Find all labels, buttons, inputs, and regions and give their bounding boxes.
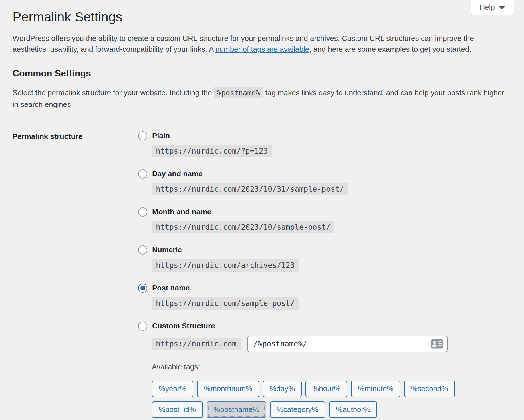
option-post-name-head[interactable]: Post name [138,284,513,293]
option-month-and-name-head[interactable]: Month and name [138,207,513,217]
tag-hour-button[interactable]: %hour% [305,381,347,397]
option-custom-structure: Custom Structure https://nurdic.com [138,322,513,418]
radio-numeric[interactable] [138,245,147,255]
option-custom-structure-label: Custom Structure [152,322,215,330]
radio-post-name[interactable] [138,284,147,293]
tag-post-id-button[interactable]: %post_id% [152,401,203,418]
option-day-and-name-head[interactable]: Day and name [138,169,513,179]
permalink-settings-page: Permalink Settings WordPress offers you … [0,0,524,420]
tag-category-button[interactable]: %category% [270,401,325,418]
custom-structure-input-wrap [247,336,448,352]
radio-plain[interactable] [138,131,147,140]
radio-custom-structure[interactable] [138,322,147,331]
custom-structure-input[interactable] [247,336,448,352]
tag-monthnum-button[interactable]: %monthnum% [197,381,259,397]
radio-day-and-name[interactable] [138,169,147,179]
option-numeric-example: https://nurdic.com/archives/123 [152,259,299,272]
permalink-structure-row: Permalink structure Plain https://nurdic… [13,131,513,420]
option-numeric: Numeric https://nurdic.com/archives/123 [138,245,513,272]
custom-base-url: https://nurdic.com [152,338,241,350]
tag-second-button[interactable]: %second% [404,381,455,397]
available-tags-label: Available tags: [152,362,513,371]
option-post-name-example: https://nurdic.com/sample-post/ [152,297,299,310]
permalink-structure-label: Permalink structure [13,131,138,420]
option-day-and-name-label: Day and name [152,169,203,178]
option-plain: Plain https://nurdic.com/?p=123 [138,131,513,157]
option-numeric-label: Numeric [152,245,182,254]
tag-author-button[interactable]: %author% [329,401,377,418]
common-settings-description: Select the permalink structure for your … [13,87,512,110]
tag-year-button[interactable]: %year% [152,381,193,397]
option-plain-head[interactable]: Plain [138,131,513,140]
option-month-and-name: Month and name https://nurdic.com/2023/1… [138,207,513,233]
option-plain-label: Plain [152,131,170,140]
number-of-tags-link[interactable]: number of tags are available [215,45,309,54]
tag-minute-button[interactable]: %minute% [351,381,400,397]
option-post-name-label: Post name [152,284,190,292]
available-tags-row-1: %year% %monthnum% %day% %hour% %minute% … [152,381,513,397]
option-custom-structure-head[interactable]: Custom Structure [138,322,513,331]
option-day-and-name: Day and name https://nurdic.com/2023/10/… [138,169,513,195]
permalink-options: Plain https://nurdic.com/?p=123 Day and … [138,131,513,420]
option-post-name: Post name https://nurdic.com/sample-post… [138,284,513,310]
page-title: Permalink Settings [13,0,513,25]
option-numeric-head[interactable]: Numeric [138,245,513,255]
postname-inline-code: %postname% [214,87,263,98]
radio-month-and-name[interactable] [138,207,147,217]
tag-postname-button[interactable]: %postname% [207,401,266,418]
tag-day-button[interactable]: %day% [263,381,302,397]
desc-text-before: Select the permalink structure for your … [13,88,214,97]
help-label: Help [480,3,495,12]
option-month-and-name-example: https://nurdic.com/2023/10/sample-post/ [152,221,334,233]
option-plain-example: https://nurdic.com/?p=123 [152,145,272,157]
common-settings-heading: Common Settings [13,68,513,79]
option-day-and-name-example: https://nurdic.com/2023/10/31/sample-pos… [152,183,348,195]
option-month-and-name-label: Month and name [152,207,211,216]
custom-structure-row: https://nurdic.com [152,336,513,352]
available-tags-row-2: %post_id% %postname% %category% %author% [152,401,513,418]
intro-paragraph: WordPress offers you the ability to crea… [13,33,502,55]
chevron-down-icon [499,6,505,10]
intro-text-after: , and here are some examples to get you … [309,45,471,54]
help-button[interactable]: Help [471,0,514,15]
